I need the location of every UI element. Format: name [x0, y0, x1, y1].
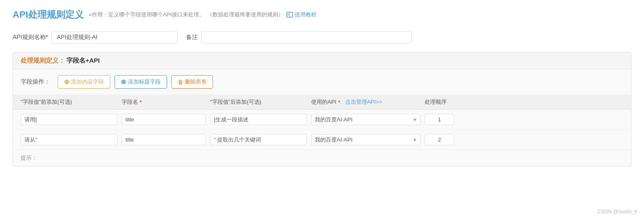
add-content-field-button[interactable]: ⊕ 添加内容字段: [58, 75, 110, 89]
cell-prefix-1: [21, 114, 117, 125]
field-ops-row: 字段操作： ⊕ 添加内容字段 ⊕ 添加标题字段 🗑 删除所有: [13, 69, 631, 95]
suffix-input-1[interactable]: [210, 114, 307, 125]
api-select-1[interactable]: 我的百度AI-API 其他API选项: [311, 114, 420, 125]
tutorial-link[interactable]: 使用教程: [286, 11, 317, 18]
page-header: API处理规则定义 »作用：定义哪个字段使用哪个API接口来处理。 （数据处理最…: [13, 8, 631, 21]
remark-label: 备注: [186, 34, 198, 41]
col-header-action: [484, 98, 517, 106]
field-ops-label: 字段操作：: [21, 78, 50, 86]
delete-all-button[interactable]: 🗑 删除所有: [171, 75, 213, 89]
cell-api-2: 我的百度AI-API 其他API选项 ▼: [311, 134, 420, 145]
rule-header: 处理规则定义： 字段名+API: [13, 53, 631, 69]
footer-label: CSDN @moshi_6: [597, 209, 637, 215]
col-api-required: *: [338, 99, 340, 105]
table-header: "字段值"前添加(可选) 字段名* "字段值"后添加(可选) 使用的API* 点…: [13, 95, 631, 110]
cell-prefix-2: [21, 134, 117, 145]
prefix-input-2[interactable]: [21, 134, 117, 145]
rule-header-label: 处理规则定义：: [21, 57, 65, 64]
col-header-name: 字段名*: [122, 98, 206, 106]
book-icon: [286, 12, 293, 18]
cell-api-1: 我的百度AI-API 其他API选项 ▼: [311, 114, 420, 125]
tips-row: 提示：: [13, 150, 631, 166]
name-group: API规则名称*: [13, 31, 178, 44]
cell-name-2: [122, 134, 206, 145]
col-header-suffix: "字段值"后添加(可选): [210, 98, 307, 106]
name-label: API规则名称*: [13, 34, 48, 41]
rule-section: 处理规则定义： 字段名+API 字段操作： ⊕ 添加内容字段 ⊕ 添加标题字段 …: [13, 52, 631, 166]
order-input-1[interactable]: [425, 114, 454, 125]
cell-name-1: [122, 114, 206, 125]
form-row: API规则名称* 备注: [13, 31, 631, 44]
tutorial-link-label: 使用教程: [295, 11, 317, 18]
table-row: 我的百度AI-API 其他API选项 ▼: [13, 110, 631, 130]
cell-suffix-2: [210, 134, 307, 145]
tips-label: 提示：: [21, 155, 37, 161]
delete-icon: 🗑: [178, 79, 183, 85]
add-content-icon: ⊕: [64, 78, 69, 86]
add-title-field-button[interactable]: ⊕ 添加标题字段: [114, 75, 167, 89]
page-title: API处理规则定义: [13, 8, 84, 21]
page-subtitle-suffix: （数据处理最终要使用的规则）: [207, 11, 284, 18]
table-row: 我的百度AI-API 其他API选项 ▼: [13, 130, 631, 150]
cell-order-1: [425, 114, 479, 125]
remark-group: 备注: [186, 31, 412, 44]
col-header-prefix: "字段值"前添加(可选): [21, 98, 117, 106]
col-header-api: 使用的API* 点击管理API>>: [311, 98, 420, 106]
field-name-input-2[interactable]: [122, 134, 206, 145]
rule-header-sub: 字段名+API: [67, 57, 100, 64]
suffix-input-2[interactable]: [210, 134, 307, 145]
manage-api-link[interactable]: 点击管理API>>: [345, 98, 382, 106]
add-title-label: 添加标题字段: [128, 78, 161, 86]
prefix-input-1[interactable]: [21, 114, 117, 125]
add-content-label: 添加内容字段: [71, 78, 104, 86]
add-title-icon: ⊕: [121, 78, 126, 86]
cell-suffix-1: [210, 114, 307, 125]
field-name-input-1[interactable]: [122, 114, 206, 125]
order-input-2[interactable]: [425, 134, 454, 145]
delete-all-label: 删除所有: [185, 78, 207, 86]
cell-order-2: [425, 134, 479, 145]
api-select-2[interactable]: 我的百度AI-API 其他API选项: [311, 134, 420, 145]
page-wrapper: API处理规则定义 »作用：定义哪个字段使用哪个API接口来处理。 （数据处理最…: [0, 0, 644, 218]
col-name-required: *: [140, 99, 142, 105]
col-header-order: 处理顺序: [425, 98, 479, 106]
remark-input[interactable]: [201, 31, 412, 44]
name-required: *: [46, 34, 48, 40]
page-subtitle-prefix: »作用：定义哪个字段使用哪个API接口来处理。: [89, 11, 205, 18]
api-name-input[interactable]: [51, 31, 178, 44]
